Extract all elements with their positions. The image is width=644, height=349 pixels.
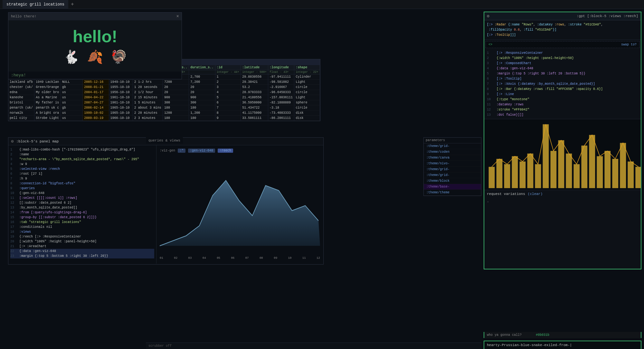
close-icon[interactable]: × (176, 14, 179, 19)
hello-greeting: hello! (15, 27, 175, 46)
star-tag[interactable]: :* (178, 149, 185, 153)
svg-rect-5 (527, 153, 534, 188)
tab-add-button[interactable]: + (68, 2, 77, 7)
params-item[interactable]: :theme/canva (424, 155, 481, 161)
params-item[interactable]: :theme/theme (424, 190, 481, 196)
code-line: 9 :queries (10, 186, 154, 191)
selected-color-value: #0b031b (536, 333, 549, 337)
code-line: 15 :group-by [[:substr :date_posted 6 2]… (10, 215, 154, 220)
svg-rect-14 (597, 156, 603, 188)
x-axis-label: 05 (217, 257, 220, 260)
scrubber-label: scrubber off (148, 344, 172, 348)
block5-panel: ⊙ :block-5's panel map 1{:mad-libs-combo… (8, 137, 324, 265)
code-line-radar: [:> :Radar {:name "Rows", :dataKey :rows… (487, 22, 638, 27)
code-line-fill: :fillOpacity 0.6, :fill "#51CDA0"}] (487, 27, 638, 33)
swap-arrow-icon[interactable]: <> (488, 43, 492, 46)
table-row: norwalkA bright oraus1999-10-021965-10-1… (8, 111, 320, 116)
req-var-dash: - (484, 198, 641, 206)
params-item[interactable]: :theme/nivo- (424, 161, 481, 167)
table-row: pell cityStrobe Lightus2009-03-191966-10… (8, 116, 320, 121)
params-item[interactable]: :theme/block (424, 178, 481, 184)
code-line: 23 :margin {:top 5 :bottom 5 :right 30 :… (10, 254, 154, 258)
editor-line: 7 [:> :XAxis {:dataKey :by_month_sqlite_… (487, 82, 638, 87)
table-row: penarth (uk/penarth uk cgb2006-02-141965… (8, 105, 320, 111)
svg-rect-0 (489, 167, 495, 188)
parameters-panel: parameters :theme/grid-:theme/coden:them… (423, 137, 481, 196)
area-chart-container (160, 155, 320, 256)
block5-chart: :viz-gen :* :gen-viz-648 ↑reech (156, 145, 323, 264)
editor-line: 1[:> :ResponsiveContainer (487, 51, 638, 56)
x-axis-label: 07 (245, 257, 249, 260)
x-axis-label: 02 (174, 257, 177, 260)
params-item[interactable]: :theme/grid- (424, 167, 481, 172)
col-latitude[interactable]: :latitude (241, 65, 268, 70)
svg-rect-10 (566, 153, 572, 188)
bottom-input[interactable] (487, 343, 638, 347)
svg-rect-4 (520, 161, 526, 188)
editor-line: 13 :dot false}]]] (487, 112, 638, 118)
code-line: 17 :conditionals nil (10, 225, 154, 229)
col-duration-s2[interactable]: duration_s.. (189, 65, 215, 70)
col-longitude[interactable]: :longitude (268, 65, 294, 70)
block5-body: 1{:mad-libs-combo-hash ["-1791590023" "u… (8, 145, 323, 264)
svg-rect-6 (535, 164, 541, 188)
editor-lines: 1[:> :ResponsiveContainer2 {:width "100%… (484, 49, 641, 119)
x-axis: 010203040506070809101112 (160, 256, 320, 260)
params-items: :theme/grid-:theme/coden:theme/canva:the… (424, 143, 481, 196)
code-line: 14 :from [:query/ufo-sightings-drag-6] (10, 210, 154, 215)
editor-line: 2 {:width "100%" :height :panel-height+5… (487, 56, 638, 61)
heya-text: :heya! (8, 72, 182, 79)
editor-line: 6 [:> :Tooltip] (487, 76, 638, 82)
viz-gen-label: :viz-gen (160, 149, 175, 152)
code-line-tooltip: [:> :Tooltip]]] (487, 33, 638, 38)
right-panel-title: :gpt [:block-5 :views :reech] (577, 14, 638, 18)
params-item[interactable]: :theme/grid- (424, 143, 481, 149)
queries-views-title: queries & views (146, 137, 183, 144)
editor-line: 11 :dataKey :rows (487, 102, 638, 107)
svg-rect-11 (573, 164, 580, 188)
req-var-clear[interactable]: (clear) (528, 192, 543, 196)
svg-rect-1 (497, 159, 503, 188)
svg-rect-16 (612, 159, 618, 188)
params-item[interactable]: :theme/coden (424, 149, 481, 155)
x-axis-label: 10 (288, 257, 292, 260)
table-row: ednaMy older brous2004-01-171956-10-102 … (8, 90, 320, 95)
x-axis-label: 09 (274, 257, 277, 260)
reech-tag[interactable]: ↑reech (218, 149, 233, 153)
col-id[interactable]: :id (215, 65, 241, 70)
gear-icon[interactable]: ⚙ (487, 14, 489, 19)
tab-title: strategic grill locations (6, 2, 64, 7)
bar-chart-svg (484, 119, 641, 190)
editor-line: 9 [:> :Line (487, 92, 638, 97)
request-variations: request variations (clear) (484, 190, 641, 198)
hello-panel-title: hello there! (11, 15, 36, 18)
swap-to-link[interactable]: swap to? (621, 43, 637, 46)
gen-viz-tag[interactable]: :gen-viz-648 (188, 149, 215, 153)
who-bar: who ya gonna call? #0b031b (484, 332, 641, 338)
code-line: 8 :connection-id "bigfoot-ufos" (10, 181, 154, 186)
table-body: san marcosThis event tus2004-04-271949-1… (8, 74, 320, 121)
selected-color-swatch (526, 333, 534, 337)
block5-code: 1{:mad-libs-combo-hash ["-1791590023" "u… (8, 145, 156, 264)
swap-content: <> (488, 43, 492, 46)
code-line: 4 :w 9 (10, 162, 154, 167)
code-line: 10 {:gen-viz-648 (10, 191, 154, 196)
params-item[interactable]: :theme/base- (424, 184, 481, 190)
svg-rect-9 (558, 140, 564, 188)
swap-section: <> swap to? (486, 41, 639, 48)
code-line: 12 [[:substr :date_posted 6 2] (10, 200, 154, 205)
x-axis-label: 11 (302, 257, 306, 260)
col-shape[interactable]: :shape (294, 65, 320, 70)
table-row: chester (uk/Green/Orangegb2008-01-211955… (8, 85, 320, 90)
code-line: 18 :views (10, 229, 154, 234)
chart-controls: :viz-gen :* :gen-viz-648 ↑reech (160, 149, 320, 153)
block5-code-lines: 1{:mad-libs-combo-hash ["-1791590023" "u… (10, 147, 154, 258)
code-line: 1{:mad-libs-combo-hash ["-1791590023" "u… (10, 147, 154, 152)
hello-panel-content: hello! 🐇 🍂 🦃 (8, 20, 182, 72)
params-item[interactable]: :theme/grid- (424, 172, 481, 178)
table-row: bristolMy father isus2007-04-271961-10-1… (8, 100, 320, 105)
editor-line: 5 :margin {:top 5 :right 30 :left 20 :bo… (487, 71, 638, 76)
who-label: who ya gonna call? (487, 333, 522, 337)
params-title: parameters (424, 138, 481, 143)
tab-strategic-grill[interactable]: strategic grill locations (3, 0, 68, 9)
